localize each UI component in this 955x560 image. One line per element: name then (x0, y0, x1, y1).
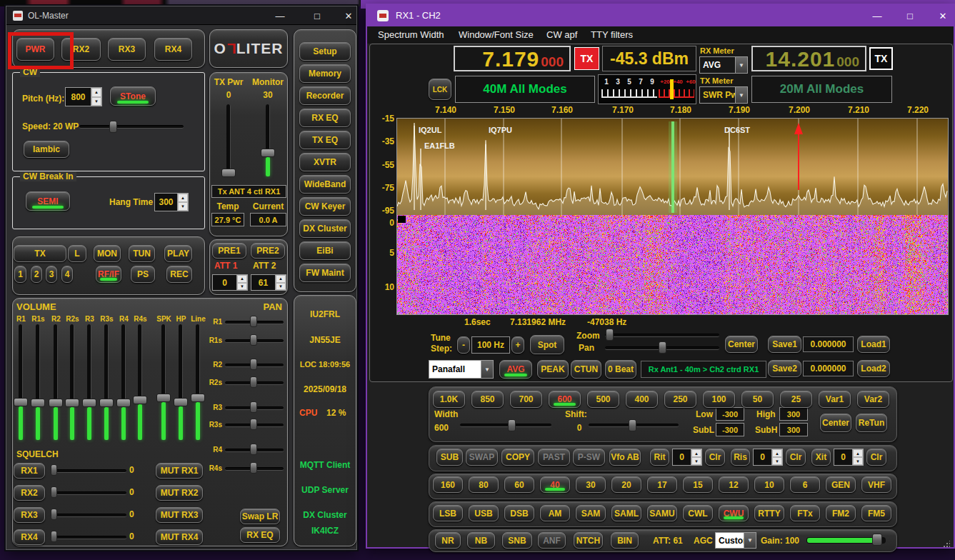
mode-button-12[interactable]: FM5 (861, 505, 891, 521)
rx-meter-select[interactable]: AVG ▼ (699, 56, 748, 74)
band-button-4[interactable]: 30 (576, 476, 606, 493)
low-value[interactable]: -300 (716, 407, 744, 421)
shift-handle[interactable] (629, 419, 636, 431)
lock-button[interactable]: LCK (429, 79, 451, 100)
tx-row2-button-6[interactable]: REC (166, 266, 192, 283)
display-mode-select[interactable]: Panafall ▼ (429, 360, 494, 379)
squelch-rx-button-3[interactable]: RX3 (14, 507, 45, 523)
filter-width-button-6[interactable]: 250 (664, 391, 696, 408)
filter-center-button[interactable]: Center (820, 414, 851, 432)
side-button-4[interactable]: TX EQ (299, 131, 351, 149)
mode-button-6[interactable]: SAMU (647, 505, 677, 521)
dsp-button-1[interactable]: NB (467, 532, 495, 549)
center-button[interactable]: Center (725, 336, 758, 353)
subh-value[interactable]: 300 (779, 423, 808, 436)
agc-select[interactable]: Custom ▼ (715, 532, 756, 549)
squelch-handle-4[interactable] (51, 531, 57, 542)
filter-width-button-1[interactable]: 850 (471, 391, 504, 408)
gain-handle[interactable] (872, 534, 882, 546)
vfo-op-button-4[interactable]: P-SW (573, 449, 605, 466)
menu-item-1[interactable]: Window/Font Size (459, 29, 534, 40)
squelch-slider-1[interactable] (51, 469, 126, 473)
hang-time-arrows[interactable]: ▲▼ (177, 194, 188, 211)
width-slider[interactable] (460, 424, 551, 427)
rit-arrows[interactable]: ▲▼ (691, 449, 701, 465)
maximize-button[interactable]: □ (309, 9, 326, 23)
avg-button[interactable]: AVG (499, 360, 532, 379)
xit-button[interactable]: Xit (811, 449, 831, 466)
volume-handle-2[interactable] (49, 399, 63, 407)
filter-width-button-9[interactable]: 25 (780, 391, 812, 408)
side-button-6[interactable]: WideBand (299, 175, 351, 194)
pan-handle-2[interactable] (250, 359, 257, 370)
close-button[interactable]: ✕ (340, 9, 357, 23)
side-button-10[interactable]: FW Maint (299, 264, 351, 282)
mode-button-4[interactable]: SAM (576, 505, 606, 521)
band-button-9[interactable]: 10 (754, 476, 784, 493)
side-button-0[interactable]: Setup (299, 42, 351, 61)
width-handle[interactable] (508, 419, 516, 431)
volume-handle-0[interactable] (14, 398, 28, 406)
pan-handle-7[interactable] (250, 462, 257, 474)
vfo-op-button-1[interactable]: SWAP (466, 449, 498, 466)
volume-handle-8[interactable] (156, 394, 171, 402)
dsp-button-5[interactable]: BIN (611, 532, 639, 549)
menu-item-2[interactable]: CW apf (546, 29, 577, 40)
resize-grip[interactable] (943, 541, 950, 548)
band-button-2[interactable]: 60 (504, 476, 534, 493)
dsp-button-4[interactable]: NTCH (574, 532, 603, 549)
tune-step-minus-button[interactable]: - (457, 336, 470, 354)
band-button-7[interactable]: 15 (683, 476, 713, 493)
squelch-slider-2[interactable] (51, 491, 126, 495)
filter-width-button-0[interactable]: 1.0K (433, 391, 465, 408)
xit-arrows[interactable]: ▲▼ (852, 449, 863, 465)
mode-button-10[interactable]: FTx (790, 505, 820, 521)
rit-clear-button[interactable]: Clr (705, 449, 725, 466)
att1-arrows[interactable]: ▲▼ (236, 275, 247, 290)
side-button-9[interactable]: EiBi (299, 241, 351, 260)
pitch-arrows[interactable]: ▲▼ (91, 88, 101, 106)
sidetone-button[interactable]: STone (110, 86, 156, 106)
spot-button[interactable]: Spot (530, 335, 564, 354)
volume-handle-7[interactable] (133, 396, 147, 404)
pan-handle-1[interactable] (250, 334, 257, 346)
band-button-1[interactable]: 80 (469, 476, 499, 493)
squelch-handle-1[interactable] (51, 464, 57, 476)
close-button[interactable]: ✕ (933, 9, 953, 23)
rit-spinner[interactable]: 0 ▲▼ (672, 449, 702, 466)
load2-button[interactable]: Load2 (857, 360, 890, 377)
mode-button-8[interactable]: CWU (719, 505, 749, 521)
att2-arrows[interactable]: ▲▼ (275, 275, 286, 290)
pre2-button[interactable]: PRE2 (251, 243, 285, 259)
band-button-6[interactable]: 17 (647, 476, 677, 493)
ris-spinner[interactable]: 0 ▲▼ (753, 449, 783, 466)
filter-width-button-4[interactable]: 500 (587, 391, 619, 408)
rx-select-button-3[interactable]: RX3 (108, 38, 146, 61)
att2-spinner[interactable]: 61 ▲▼ (251, 274, 286, 291)
vfo-op-button-2[interactable]: COPY (501, 449, 534, 466)
vfo-a-display[interactable]: 7.179000 (454, 46, 571, 71)
tx-meter-dropdown-arrow[interactable]: ▼ (735, 87, 747, 103)
vfo-op-button-5[interactable]: Vfo AB (609, 449, 641, 466)
high-value[interactable]: 300 (779, 407, 808, 421)
side-button-1[interactable]: Memory (299, 64, 351, 83)
zero-beat-button[interactable]: 0 Beat (605, 360, 636, 379)
vfo-a-tx-button[interactable]: TX (574, 47, 599, 70)
display-mode-dropdown-arrow[interactable]: ▼ (481, 361, 493, 378)
mode-button-1[interactable]: USB (469, 505, 499, 521)
volume-handle-6[interactable] (116, 399, 131, 407)
pan-handle-0[interactable] (250, 316, 257, 327)
squelch-slider-3[interactable] (51, 514, 126, 517)
filter-width-button-3[interactable]: 600 (549, 391, 581, 408)
minimize-button[interactable]: — (271, 9, 289, 23)
band-button-0[interactable]: 160 (433, 476, 463, 493)
hang-time-spinner[interactable]: 300 ▲▼ (154, 193, 189, 211)
spectrum-container[interactable]: IQ2ULEA1FLBIQ7PUDC6ST (396, 118, 949, 315)
vfo-b-tx-button[interactable]: TX (869, 47, 893, 70)
vfo-b-display[interactable]: 14.201000 (751, 46, 866, 71)
mute-rx-button-2[interactable]: MUT RX2 (156, 485, 203, 501)
rit-button[interactable]: Rit (650, 449, 669, 466)
mode-button-9[interactable]: RTTY (754, 505, 784, 521)
band-button-3[interactable]: 40 (540, 476, 570, 493)
tune-step-plus-button[interactable]: + (511, 336, 524, 354)
